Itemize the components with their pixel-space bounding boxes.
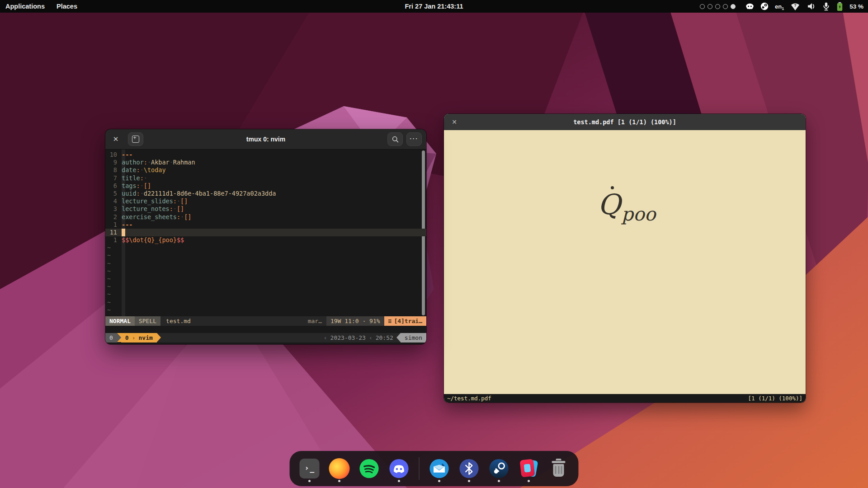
code-token: ·: [140, 182, 144, 189]
workspace-indicator[interactable]: [700, 4, 736, 9]
vim-cmdline: [105, 326, 426, 333]
vim-filename: test.md: [160, 316, 191, 326]
dock-item-thunderbird[interactable]: [429, 455, 450, 482]
close-icon[interactable]: ✕: [109, 132, 123, 146]
tmux-statusbar: 0 0 › nvim ‹ 2023-03-23 ‹ 20:52 simon: [105, 333, 426, 343]
buffer-line: 1$$\dot{Q}_{poo}$$: [105, 236, 426, 244]
dock-separator: [419, 457, 420, 480]
buffer-line: 4lecture_slides:·[]: [105, 197, 426, 205]
powerline-separator: [157, 333, 161, 342]
places-menu[interactable]: Places: [57, 3, 77, 10]
empty-line-marker: ~: [105, 291, 111, 298]
code-token: date: [122, 166, 137, 174]
latex-equation: Q poo: [598, 188, 656, 221]
empty-line-marker: ~: [105, 283, 111, 291]
terminal-titlebar[interactable]: ✕ tmux 0: nvim ···: [105, 129, 426, 150]
dock-item-trash[interactable]: [548, 455, 570, 482]
close-icon[interactable]: ✕: [448, 115, 461, 129]
buffer-line: 8date:·\today: [105, 166, 426, 174]
steam-icon: [488, 458, 510, 479]
code-token: title: [122, 174, 140, 182]
battery-icon[interactable]: [836, 2, 843, 11]
text-cursor: [122, 229, 125, 236]
discord-tray-icon[interactable]: [745, 3, 754, 10]
code-token: ·: [140, 190, 144, 197]
code-token: lecture_notes: [122, 205, 170, 212]
empty-buffer-line: ~: [105, 267, 426, 275]
code-token: ---: [122, 151, 132, 158]
dock-item-steam[interactable]: [488, 455, 510, 482]
search-button[interactable]: [387, 132, 403, 146]
empty-buffer-line: ~: [105, 299, 426, 306]
empty-buffer-line: ~: [105, 260, 426, 267]
empty-buffer-line: ~: [105, 275, 426, 283]
running-indicator-dot: [528, 480, 530, 482]
buffer-line: 5uuid:·d22111d1-8d6e-4ba1-88e7-4927a02a3…: [105, 190, 426, 197]
line-number: 7: [105, 174, 117, 182]
empty-line-marker: ~: [105, 275, 111, 283]
code-token: \today: [144, 166, 166, 174]
workspace-dot-active[interactable]: [731, 4, 736, 9]
workspace-dot[interactable]: [715, 4, 720, 9]
clock[interactable]: Fri 27 Jan 21:43:11: [405, 3, 463, 10]
running-indicator-dot: [438, 480, 440, 482]
ellipsis-icon: ···: [410, 135, 419, 142]
line-number: 6: [105, 182, 117, 190]
volume-icon[interactable]: [807, 2, 816, 11]
empty-line-marker: ~: [105, 260, 111, 267]
plus-icon: [132, 136, 139, 143]
empty-buffer-line: ~: [105, 306, 426, 314]
applications-menu[interactable]: Applications: [5, 3, 45, 10]
dock-item-red-app[interactable]: [518, 455, 540, 482]
dock-item-discord[interactable]: [388, 455, 410, 482]
code-token: tags: [122, 182, 137, 189]
dock-item-firefox[interactable]: [329, 455, 350, 482]
workspace-dot[interactable]: [723, 4, 728, 9]
spotify-icon: [359, 458, 380, 479]
terminal-icon: ›_: [299, 458, 321, 479]
code-token: []: [180, 197, 188, 205]
menu-button[interactable]: ···: [406, 132, 422, 146]
code-token: author: [122, 159, 144, 166]
dock-item-bluetooth[interactable]: [458, 455, 480, 482]
line-number: 8: [105, 166, 117, 174]
workspace-dot[interactable]: [700, 4, 705, 9]
code-token: ---: [122, 221, 132, 228]
keyboard-layout-indicator[interactable]: en1: [775, 3, 784, 10]
pdf-titlebar[interactable]: ✕ test.md.pdf [1 (1/1) (100%)]: [444, 114, 806, 130]
tmux-session-index[interactable]: 0: [105, 333, 117, 343]
empty-line-marker: ~: [105, 252, 111, 259]
microphone-icon[interactable]: [822, 2, 830, 11]
line-number: 4: [105, 197, 117, 205]
empty-line-marker: ~: [105, 267, 111, 275]
pdf-window-title: test.md.pdf [1 (1/1) (100%)]: [573, 118, 676, 126]
steam-tray-icon[interactable]: [760, 2, 769, 10]
tmux-hostname: simon: [401, 333, 426, 343]
search-icon: [392, 136, 399, 143]
warning-text: [4]trai…: [394, 316, 422, 326]
empty-buffer-line: ~: [105, 283, 426, 291]
nvim-buffer[interactable]: 10---9author:·Akbar·Rahman8date:·\today7…: [105, 150, 426, 316]
dock-item-spotify[interactable]: [359, 455, 380, 482]
dock: ›_: [290, 451, 579, 486]
trash-icon: [548, 458, 570, 479]
workspace-dot[interactable]: [708, 4, 712, 9]
code-token: ·: [170, 159, 173, 166]
code-token: :: [170, 205, 173, 212]
vim-trailing-whitespace-warning: ≡ [4]trai…: [384, 316, 426, 326]
tmux-active-window[interactable]: 0 › nvim: [121, 333, 157, 343]
pdf-viewer-window: ✕ test.md.pdf [1 (1/1) (100%)] Q poo ~/t…: [444, 114, 806, 403]
pdf-file-path: ~/test.md.pdf: [447, 395, 491, 402]
new-tab-button[interactable]: [128, 132, 143, 146]
battery-percentage[interactable]: 53 %: [849, 3, 863, 10]
powerline-separator: [396, 333, 401, 342]
wifi-icon[interactable]: ?: [790, 2, 800, 11]
code-token: ·: [147, 159, 151, 166]
code-token: :: [140, 174, 144, 182]
zathura-statusbar: ~/test.md.pdf [1 (1/1) (100%)]: [444, 394, 806, 403]
code-token: []: [177, 205, 184, 212]
buffer-line: 3lecture_notes:·[]: [105, 205, 426, 213]
code-token: Rahman: [173, 159, 195, 166]
dock-item-terminal[interactable]: ›_: [299, 455, 321, 482]
buffer-line: 1---: [105, 221, 426, 229]
